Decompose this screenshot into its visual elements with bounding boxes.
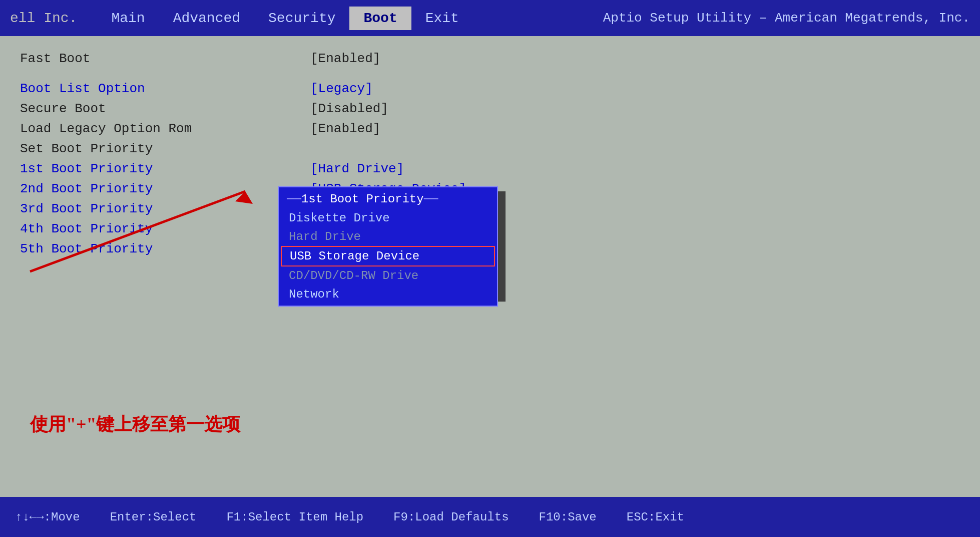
boot-priority-1-row: 1st Boot Priority [Hard Drive] — [20, 161, 960, 176]
boot-list-option-value[interactable]: [Legacy] — [310, 81, 373, 96]
secure-boot-row: Secure Boot [Disabled] — [20, 101, 960, 116]
secure-boot-value[interactable]: [Disabled] — [310, 101, 388, 116]
boot-priority-1-value[interactable]: [Hard Drive] — [310, 161, 404, 176]
main-content: Fast Boot [Enabled] Boot List Option [Le… — [0, 36, 980, 497]
boot-priority-3-label: 3rd Boot Priority — [20, 201, 310, 216]
fast-boot-row: Fast Boot [Enabled] — [20, 51, 960, 66]
load-legacy-value[interactable]: [Enabled] — [310, 121, 380, 136]
menu-item-exit[interactable]: Exit — [411, 7, 473, 30]
status-enter: Enter:Select — [110, 510, 197, 524]
menu-item-security[interactable]: Security — [254, 7, 349, 30]
fast-boot-label: Fast Boot — [20, 51, 310, 66]
dropdown-dashes-right: ── — [424, 192, 438, 206]
menu-bar: ell Inc. Main Advanced Security Boot Exi… — [0, 0, 980, 36]
status-bar: ↑↓←→:Move Enter:Select F1:Select Item He… — [0, 497, 980, 537]
dropdown-popup[interactable]: ── 1st Boot Priority ── Diskette Drive H… — [278, 186, 498, 307]
status-f9: F9:Load Defaults — [393, 510, 509, 524]
boot-list-option-label: Boot List Option — [20, 81, 310, 96]
secure-boot-label: Secure Boot — [20, 101, 310, 116]
dropdown-item-harddrive[interactable]: Hard Drive — [279, 227, 497, 246]
menu-item-main[interactable]: Main — [97, 7, 159, 30]
status-esc: ESC:Exit — [627, 510, 684, 524]
dropdown-item-usb[interactable]: USB Storage Device — [281, 246, 495, 266]
menu-item-boot[interactable]: Boot — [349, 7, 411, 30]
boot-priority-4-label: 4th Boot Priority — [20, 221, 310, 236]
menu-item-advanced[interactable]: Advanced — [159, 7, 254, 30]
menu-left: ell Inc. Main Advanced Security Boot Exi… — [10, 7, 473, 30]
brand-title: ell Inc. — [10, 11, 77, 26]
status-f1: F1:Select Item Help — [226, 510, 363, 524]
load-legacy-label: Load Legacy Option Rom — [20, 121, 310, 136]
set-boot-priority-label: Set Boot Priority — [20, 141, 310, 156]
status-move: ↑↓←→:Move — [15, 510, 80, 524]
boot-priority-5-label: 5th Boot Priority — [20, 241, 310, 256]
dropdown-title-row: ── 1st Boot Priority ── — [279, 189, 497, 209]
dropdown-title: 1st Boot Priority — [301, 192, 424, 206]
boot-priority-1-label: 1st Boot Priority — [20, 161, 310, 176]
fast-boot-value[interactable]: [Enabled] — [310, 51, 380, 66]
utility-title: Aptio Setup Utility – American Megatrend… — [603, 11, 970, 26]
status-f10: F10:Save — [539, 510, 597, 524]
set-boot-priority-row: Set Boot Priority — [20, 141, 960, 156]
annotation-area: 使用"+"键上移至第一选项 — [30, 412, 241, 437]
annotation-text: 使用"+"键上移至第一选项 — [30, 414, 241, 434]
dropdown-item-cddvd[interactable]: CD/DVD/CD-RW Drive — [279, 266, 497, 285]
dropdown-item-diskette[interactable]: Diskette Drive — [279, 209, 497, 227]
boot-list-option-row: Boot List Option [Legacy] — [20, 81, 960, 96]
dropdown-dashes-left: ── — [287, 192, 301, 206]
dropdown-item-network[interactable]: Network — [279, 285, 497, 304]
load-legacy-row: Load Legacy Option Rom [Enabled] — [20, 121, 960, 136]
boot-priority-2-label: 2nd Boot Priority — [20, 181, 310, 196]
